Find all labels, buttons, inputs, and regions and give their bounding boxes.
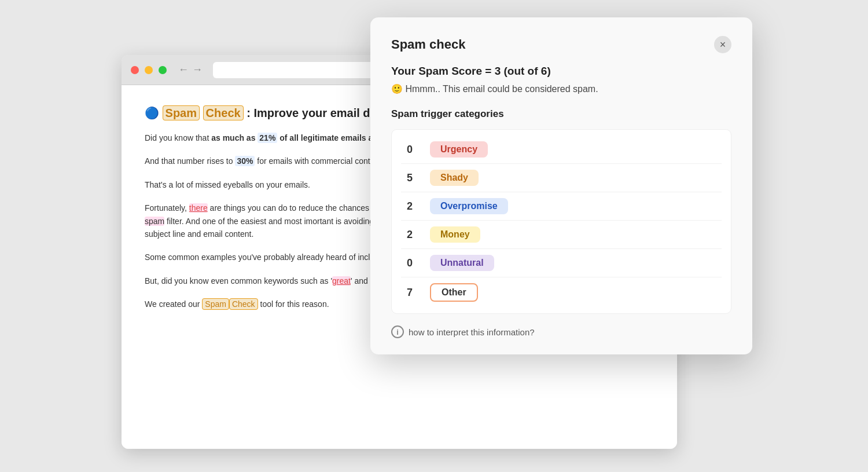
badge-overpromise: Overpromise: [430, 198, 508, 214]
check-badge: Check: [203, 105, 244, 120]
categories-container: 0 Urgency 5 Shady 2 Overpromise 2 Money …: [391, 129, 731, 314]
traffic-light-yellow[interactable]: [145, 66, 153, 74]
score-message: 🙂 Hmmm.. This email could be considered …: [391, 83, 731, 94]
section-title: Spam trigger categories: [391, 108, 731, 120]
traffic-light-red[interactable]: [131, 66, 139, 74]
badge-urgency: Urgency: [430, 141, 488, 158]
modal-title: Spam check: [391, 37, 465, 52]
forward-arrow[interactable]: →: [192, 64, 203, 76]
count-other: 7: [401, 287, 418, 299]
category-row-other: 7 Other: [401, 277, 722, 308]
category-row-unnatural: 0 Unnatural: [401, 249, 722, 277]
count-overpromise: 2: [401, 200, 418, 213]
count-urgency: 0: [401, 144, 418, 156]
score-emoji: 🙂: [391, 84, 403, 94]
category-row-urgency: 0 Urgency: [401, 136, 722, 164]
modal-header: Spam check ×: [391, 36, 731, 53]
badge-other: Other: [430, 283, 478, 302]
score-message-text: Hmmm.. This email could be considered sp…: [405, 84, 598, 94]
close-button[interactable]: ×: [714, 36, 731, 53]
spam-check-modal: Spam check × Your Spam Score = 3 (out of…: [370, 17, 752, 354]
badge-unnatural: Unnatural: [430, 255, 494, 271]
spam-badge: Spam: [163, 105, 200, 120]
score-title: Your Spam Score = 3 (out of 6): [391, 65, 731, 78]
interpret-label: how to interpret this information?: [409, 327, 535, 337]
page-title-icon: 🔵: [145, 107, 159, 119]
count-shady: 5: [401, 172, 418, 184]
interpret-row[interactable]: i how to interpret this information?: [391, 325, 731, 338]
category-row-overpromise: 2 Overpromise: [401, 192, 722, 221]
back-arrow[interactable]: ←: [178, 64, 189, 76]
traffic-light-green[interactable]: [159, 66, 167, 74]
badge-money: Money: [430, 226, 480, 243]
badge-shady: Shady: [430, 170, 479, 186]
category-row-shady: 5 Shady: [401, 164, 722, 192]
nav-arrows: ← →: [178, 64, 203, 76]
info-icon: i: [391, 325, 404, 338]
count-unnatural: 0: [401, 257, 418, 269]
count-money: 2: [401, 229, 418, 241]
category-row-money: 2 Money: [401, 221, 722, 249]
